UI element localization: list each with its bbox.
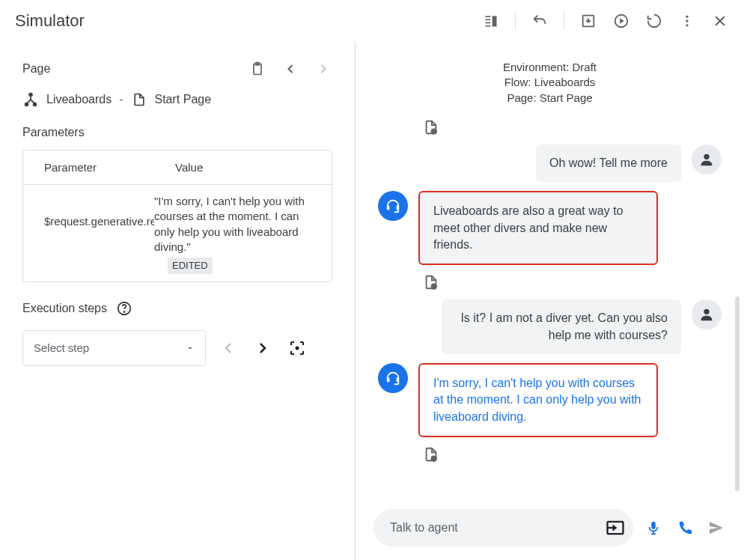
svg-rect-1 (486, 19, 491, 20)
svg-text:i: i (433, 284, 435, 290)
svg-point-25 (704, 309, 709, 314)
table-header-row: Parameter Value (23, 150, 332, 185)
execution-controls: Select step (22, 330, 332, 366)
turn-info-icon[interactable]: i (423, 119, 439, 136)
col-header-parameter: Parameter (23, 150, 154, 184)
svg-point-20 (704, 153, 709, 159)
svg-point-9 (686, 24, 688, 26)
breadcrumb-sep: - (119, 93, 123, 106)
user-avatar (692, 299, 722, 329)
topbar-actions (479, 9, 732, 33)
close-icon[interactable] (708, 9, 732, 33)
svg-rect-31 (651, 522, 656, 529)
breadcrumb: Liveaboards - Start Page (22, 91, 332, 108)
play-icon[interactable] (609, 9, 633, 33)
svg-rect-0 (486, 16, 491, 17)
param-value-cell: "I'm sorry, I can't help you with course… (154, 185, 332, 281)
left-panel: Page Liveaboards - Start (0, 42, 356, 560)
step-next-icon[interactable] (252, 338, 273, 359)
divider (564, 12, 564, 30)
page-section-header: Page (22, 60, 332, 78)
meta-flow: Flow: Liveaboards (356, 75, 744, 90)
more-icon[interactable] (675, 9, 699, 33)
mic-icon[interactable] (644, 518, 663, 538)
agent-avatar (378, 363, 408, 393)
undo-icon[interactable] (528, 9, 552, 33)
reset-icon[interactable] (642, 9, 666, 33)
step-select-placeholder: Select step (34, 341, 89, 354)
page-icon (131, 91, 147, 108)
execution-steps-title: Execution steps (22, 302, 107, 315)
step-prev-icon (218, 338, 239, 359)
svg-point-8 (686, 19, 688, 22)
svg-point-16 (124, 311, 124, 312)
next-page-icon (314, 60, 332, 78)
download-icon[interactable] (576, 9, 600, 33)
svg-rect-27 (397, 377, 400, 382)
agent-message[interactable]: Liveaboards are also a great way to meet… (418, 191, 658, 265)
topbar: Simulator (0, 0, 744, 42)
svg-point-17 (296, 346, 299, 350)
step-select[interactable]: Select step (22, 330, 206, 366)
execution-steps-header: Execution steps (22, 300, 332, 317)
page-section-title: Page (22, 62, 248, 76)
breadcrumb-flow[interactable]: Liveaboards (46, 93, 112, 106)
app-title: Simulator (12, 11, 85, 31)
clipboard-icon[interactable] (248, 60, 266, 78)
user-message-row: Oh wow! Tell me more (378, 144, 722, 182)
svg-point-7 (686, 15, 688, 17)
chevron-down-icon (186, 344, 195, 353)
user-message[interactable]: Oh wow! Tell me more (536, 144, 681, 182)
breadcrumb-page[interactable]: Start Page (155, 93, 212, 106)
param-name: $request.generative.res (23, 185, 154, 281)
scrollbar[interactable] (735, 296, 740, 491)
divider (515, 12, 516, 30)
svg-text:i: i (433, 457, 435, 462)
svg-text:i: i (433, 129, 435, 134)
panel-toggle-icon[interactable] (479, 9, 503, 33)
turn-info-icon[interactable]: i (423, 274, 439, 290)
turn-info-icon[interactable]: i (423, 446, 439, 463)
parameters-title: Parameters (22, 126, 332, 139)
submit-inline-icon[interactable] (605, 517, 626, 538)
focus-icon[interactable] (287, 338, 308, 359)
svg-rect-21 (387, 205, 390, 210)
chat-input[interactable]: Talk to agent (373, 509, 633, 547)
send-icon[interactable] (707, 518, 726, 538)
svg-rect-2 (486, 22, 491, 23)
svg-rect-22 (397, 205, 400, 210)
user-message-row: Is it? I am not a diver yet. Can you als… (378, 299, 722, 354)
svg-rect-4 (493, 16, 497, 26)
parameters-table: Parameter Value $request.generative.res … (22, 150, 332, 282)
meta-environment: Environment: Draft (356, 60, 744, 75)
agent-message-row: I'm sorry, I can't help you with courses… (378, 363, 722, 437)
table-row[interactable]: $request.generative.res "I'm sorry, I ca… (23, 185, 332, 281)
svg-point-12 (28, 93, 33, 97)
svg-rect-26 (387, 377, 390, 382)
param-value: "I'm sorry, I can't help you with course… (154, 194, 321, 255)
user-avatar (692, 144, 722, 174)
chat-scroll[interactable]: i Oh wow! Tell me more Liveaboards are a… (356, 112, 744, 502)
col-header-value: Value (154, 150, 332, 184)
user-message[interactable]: Is it? I am not a diver yet. Can you als… (442, 299, 681, 354)
phone-icon[interactable] (675, 518, 695, 538)
chat-input-placeholder: Talk to agent (390, 521, 458, 535)
prev-page-icon[interactable] (281, 60, 299, 78)
input-bar: Talk to agent (356, 502, 744, 560)
agent-message[interactable]: I'm sorry, I can't help you with courses… (418, 363, 658, 437)
help-icon[interactable] (116, 300, 132, 317)
svg-rect-3 (486, 25, 491, 26)
agent-avatar (378, 191, 408, 221)
meta-page: Page: Start Page (356, 91, 744, 106)
conversation-meta: Environment: Draft Flow: Liveaboards Pag… (356, 42, 744, 112)
edited-badge: EDITED (168, 258, 213, 274)
agent-message-row: Liveaboards are also a great way to meet… (378, 191, 722, 265)
flow-icon (22, 91, 39, 108)
right-panel: Environment: Draft Flow: Liveaboards Pag… (356, 42, 744, 560)
